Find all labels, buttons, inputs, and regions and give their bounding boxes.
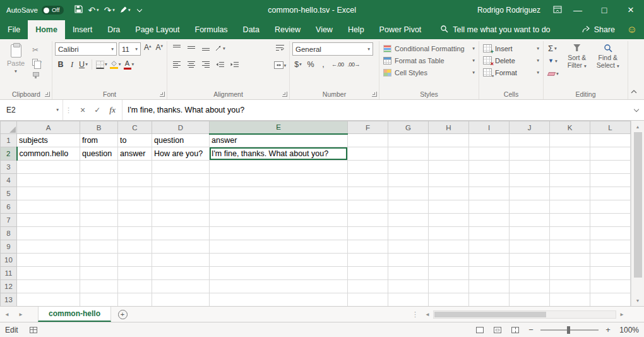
cell-H12[interactable]	[429, 280, 469, 293]
cell-B1[interactable]: from	[80, 134, 118, 147]
sheet-nav-right-button[interactable]: ►	[14, 307, 28, 322]
vertical-scrollbar[interactable]: ▲ ▼	[631, 121, 644, 306]
cell-F11[interactable]	[348, 267, 388, 280]
cell-K11[interactable]	[550, 267, 590, 280]
cell-G3[interactable]	[388, 161, 429, 174]
cell-C9[interactable]	[118, 240, 152, 254]
normal-view-button[interactable]	[474, 324, 486, 336]
cell-J8[interactable]	[510, 227, 550, 240]
cell-E5[interactable]	[210, 187, 348, 200]
cell-I3[interactable]	[469, 161, 510, 174]
column-header-L[interactable]: L	[590, 121, 631, 134]
cell-F8[interactable]	[348, 227, 388, 240]
cell-I12[interactable]	[469, 280, 510, 293]
new-sheet-button[interactable]: +	[111, 307, 134, 322]
underline-button[interactable]: U▾	[78, 58, 89, 71]
delete-cells-button[interactable]: × Delete ▾	[482, 54, 540, 66]
row-header-7[interactable]: 7	[1, 214, 17, 227]
tab-draw[interactable]: Dra	[100, 20, 128, 39]
chevron-down-icon[interactable]: ▾	[85, 62, 88, 67]
cell-A13[interactable]	[17, 293, 80, 307]
font-dialog-launcher[interactable]	[160, 92, 165, 97]
column-header-H[interactable]: H	[429, 121, 469, 134]
fill-color-button[interactable]: ▾	[109, 58, 122, 71]
chevron-down-icon[interactable]: ▾	[223, 46, 225, 51]
cell-F4[interactable]	[348, 174, 388, 187]
cell-L6[interactable]	[590, 200, 631, 214]
tab-page-layout[interactable]: Page Layout	[128, 20, 187, 39]
cell-I10[interactable]	[469, 254, 510, 267]
cell-F5[interactable]	[348, 187, 388, 200]
cell-H1[interactable]	[429, 134, 469, 147]
clipboard-dialog-launcher[interactable]	[45, 92, 50, 97]
number-dialog-launcher[interactable]	[372, 92, 377, 97]
user-name[interactable]: Rodrigo Rodriguez	[477, 6, 540, 15]
cell-I9[interactable]	[469, 240, 510, 254]
sheet-nav-left-button[interactable]: ◄	[0, 307, 14, 322]
cell-C4[interactable]	[118, 174, 152, 187]
cell-G7[interactable]	[388, 214, 429, 227]
cell-A3[interactable]	[17, 161, 80, 174]
cell-G2[interactable]	[388, 147, 429, 161]
column-header-G[interactable]: G	[388, 121, 429, 134]
column-header-D[interactable]: D	[152, 121, 210, 134]
cell-L9[interactable]	[590, 240, 631, 254]
cell-D9[interactable]	[152, 240, 210, 254]
cell-L7[interactable]	[590, 214, 631, 227]
cell-C6[interactable]	[118, 200, 152, 214]
chevron-down-icon[interactable]: ▾	[299, 62, 302, 67]
cell-E9[interactable]	[210, 240, 348, 254]
row-header-12[interactable]: 12	[1, 280, 17, 293]
chevron-down-icon[interactable]: ▾	[555, 59, 558, 64]
cell-A4[interactable]	[17, 174, 80, 187]
zoom-percentage[interactable]: 100%	[617, 326, 639, 334]
cell-F1[interactable]	[348, 134, 388, 147]
horizontal-scrollbar-thumb[interactable]	[434, 312, 546, 317]
formula-input[interactable]: I'm fine, thanks. What about you?	[122, 100, 629, 120]
cell-D5[interactable]	[152, 187, 210, 200]
cell-D1[interactable]: question	[152, 134, 210, 147]
cell-L2[interactable]	[590, 147, 631, 161]
chevron-down-icon[interactable]: ▾	[56, 107, 59, 113]
vertical-scrollbar-thumb[interactable]	[634, 132, 642, 278]
cell-I4[interactable]	[469, 174, 510, 187]
cell-K4[interactable]	[550, 174, 590, 187]
cell-A2[interactable]: common.hello	[17, 147, 80, 161]
cell-B11[interactable]	[80, 267, 118, 280]
align-right-button[interactable]	[199, 59, 212, 72]
cell-A9[interactable]	[17, 240, 80, 254]
cell-E12[interactable]	[210, 280, 348, 293]
cell-C1[interactable]: to	[118, 134, 152, 147]
formula-bar-resize-handle[interactable]: ⋮	[63, 100, 74, 120]
cell-H4[interactable]	[429, 174, 469, 187]
decrease-indent-button[interactable]	[213, 59, 227, 72]
cell-I13[interactable]	[469, 293, 510, 307]
alignment-dialog-launcher[interactable]	[282, 92, 287, 97]
tab-review[interactable]: Review	[267, 20, 308, 39]
cell-H7[interactable]	[429, 214, 469, 227]
share-button[interactable]: Share	[574, 20, 623, 39]
column-header-F[interactable]: F	[348, 121, 388, 134]
wrap-text-button[interactable]	[273, 42, 287, 55]
horizontal-scrollbar-track[interactable]	[433, 310, 616, 319]
cell-D4[interactable]	[152, 174, 210, 187]
sort-filter-button[interactable]: Sort & Filter ▾	[563, 42, 592, 80]
cell-G1[interactable]	[388, 134, 429, 147]
increase-font-size-button[interactable]: A▴	[143, 43, 153, 56]
cell-C7[interactable]	[118, 214, 152, 227]
cell-A1[interactable]: subjects	[17, 134, 80, 147]
bold-button[interactable]: B	[55, 58, 66, 71]
cell-F3[interactable]	[348, 161, 388, 174]
undo-button[interactable]: ↶▾	[85, 2, 101, 18]
cell-J11[interactable]	[510, 267, 550, 280]
cell-G5[interactable]	[388, 187, 429, 200]
format-cells-button[interactable]: ▪ Format ▾	[482, 66, 540, 78]
cell-C8[interactable]	[118, 227, 152, 240]
cell-E10[interactable]	[210, 254, 348, 267]
select-all-button[interactable]	[1, 121, 17, 134]
cell-A7[interactable]	[17, 214, 80, 227]
touch-mouse-mode-button[interactable]: ▾	[117, 2, 133, 18]
merge-center-button[interactable]: ▾	[273, 59, 287, 72]
cell-J9[interactable]	[510, 240, 550, 254]
close-button[interactable]: ×	[617, 0, 644, 20]
